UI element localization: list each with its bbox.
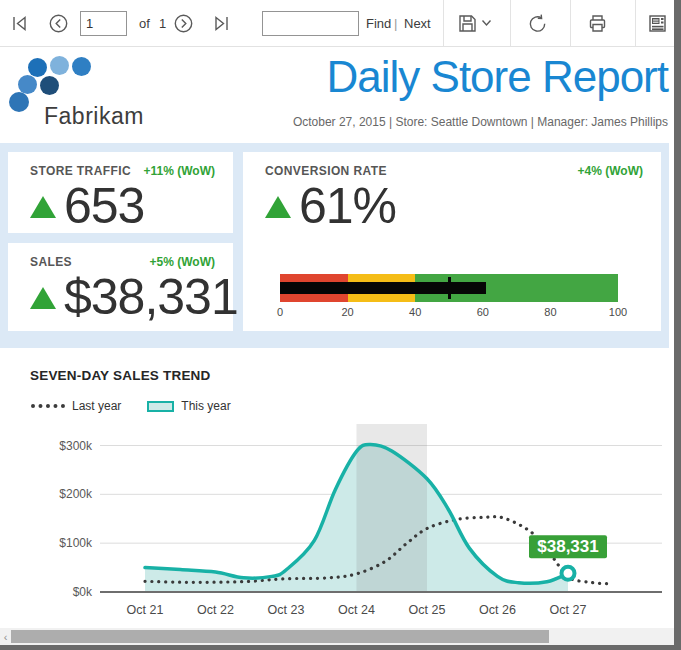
sales-delta: +5% (WoW) — [150, 255, 215, 269]
sales-value: $38,331 — [64, 274, 238, 322]
next-page-icon — [173, 13, 194, 34]
toolbar-separator — [635, 0, 636, 46]
export-save-button[interactable] — [452, 10, 496, 36]
logo-dot — [18, 75, 37, 94]
conversion-rate-card: CONVERSION RATE +4% (WoW) 61% 0204060801… — [243, 152, 661, 331]
x-axis-label: Oct 23 — [268, 603, 305, 617]
find-button[interactable]: Find — [366, 16, 391, 31]
legend-label: Last year — [72, 399, 121, 413]
end-point-marker — [562, 567, 575, 580]
x-axis-label: Oct 27 — [550, 603, 587, 617]
page-layout-icon — [647, 13, 668, 34]
x-axis-label: Oct 25 — [409, 603, 446, 617]
logo-dot — [72, 57, 91, 76]
toolbar-separator — [443, 0, 444, 46]
last-page-button[interactable] — [208, 10, 234, 36]
store-traffic-label: STORE TRAFFIC — [30, 164, 131, 178]
bullet-axis-label: 0 — [277, 306, 283, 318]
window-border-right — [674, 0, 681, 650]
page-layout-button[interactable] — [644, 10, 670, 36]
dotted-line-swatch-icon — [31, 404, 65, 408]
kpi-panel: STORE TRAFFIC +11% (WoW) 653 SALES +5% (… — [0, 143, 669, 348]
bullet-target-marker — [448, 277, 451, 299]
toolbar-separator — [510, 0, 511, 46]
y-axis-label: $300k — [59, 439, 93, 453]
conversion-rate-delta: +4% (WoW) — [578, 164, 643, 178]
page-total-label: 1 — [159, 16, 166, 31]
sales-card: SALES +5% (WoW) $38,331 — [8, 243, 233, 331]
toolbar-separator — [570, 0, 571, 46]
logo-dot — [28, 58, 47, 77]
logo-text: Fabrikam — [44, 103, 144, 130]
report-subtitle: October 27, 2015 | Store: Seattle Downto… — [293, 115, 668, 129]
next-page-button[interactable] — [170, 10, 196, 36]
callout-value: $38,331 — [537, 537, 598, 556]
x-axis-label: Oct 21 — [127, 603, 164, 617]
print-icon — [587, 13, 608, 34]
area-swatch-icon — [147, 401, 174, 412]
horizontal-scrollbar-thumb[interactable] — [11, 630, 549, 643]
page-title: Daily Store Report — [327, 52, 668, 102]
conversion-bullet-chart: 020406080100 — [280, 274, 618, 322]
bullet-axis-label: 20 — [341, 306, 353, 318]
report-viewer: of 1 Find | Next — [0, 0, 681, 650]
first-page-icon — [9, 13, 30, 34]
conversion-rate-label: CONVERSION RATE — [265, 164, 387, 178]
logo-dot — [9, 92, 29, 112]
horizontal-scrollbar[interactable]: ‹ — [0, 628, 674, 645]
logo-dot — [40, 76, 59, 95]
bullet-axis-label: 100 — [609, 306, 627, 318]
bullet-axis-label: 40 — [409, 306, 421, 318]
trend-chart-title: SEVEN-DAY SALES TREND — [30, 368, 211, 383]
previous-page-icon — [48, 13, 69, 34]
refresh-icon — [527, 13, 548, 34]
up-arrow-icon — [30, 287, 56, 309]
up-arrow-icon — [265, 196, 291, 218]
x-axis-label: Oct 26 — [479, 603, 516, 617]
chevron-down-icon — [481, 19, 492, 27]
sales-label: SALES — [30, 255, 72, 269]
print-button[interactable] — [584, 10, 610, 36]
bullet-axis-label: 60 — [477, 306, 489, 318]
conversion-rate-value: 61% — [299, 183, 396, 231]
find-search-input[interactable] — [262, 11, 359, 36]
page-number-input[interactable] — [80, 11, 127, 36]
find-next-separator: | — [394, 16, 397, 31]
bullet-value-bar — [280, 282, 486, 294]
sales-trend-chart: $0k$100k$200k$300kOct 21Oct 22Oct 23Oct … — [0, 418, 675, 628]
y-axis-label: $200k — [59, 487, 93, 501]
legend-label: This year — [181, 399, 230, 413]
logo-dot — [50, 56, 69, 75]
up-arrow-icon — [30, 196, 56, 218]
save-icon — [457, 13, 478, 34]
store-traffic-value: 653 — [64, 183, 144, 231]
last-page-icon — [211, 13, 232, 34]
window-border-bottom — [0, 645, 681, 650]
toolbar: of 1 Find | Next — [0, 0, 674, 47]
trend-chart-legend: Last year This year — [31, 399, 231, 413]
previous-page-button[interactable] — [45, 10, 71, 36]
refresh-button[interactable] — [524, 10, 550, 36]
y-axis-label: $100k — [59, 536, 93, 550]
bullet-axis-label: 80 — [544, 306, 556, 318]
legend-item-last-year: Last year — [31, 399, 121, 413]
x-axis-label: Oct 24 — [338, 603, 375, 617]
y-axis-label: $0k — [73, 585, 93, 599]
legend-item-this-year: This year — [147, 399, 230, 413]
scroll-left-arrow-icon[interactable]: ‹ — [0, 628, 11, 645]
find-next-button[interactable]: Next — [404, 16, 431, 31]
x-axis-label: Oct 22 — [197, 603, 234, 617]
page-of-label: of — [139, 16, 150, 31]
store-traffic-card: STORE TRAFFIC +11% (WoW) 653 — [8, 152, 233, 233]
store-traffic-delta: +11% (WoW) — [144, 164, 215, 178]
first-page-button[interactable] — [6, 10, 32, 36]
